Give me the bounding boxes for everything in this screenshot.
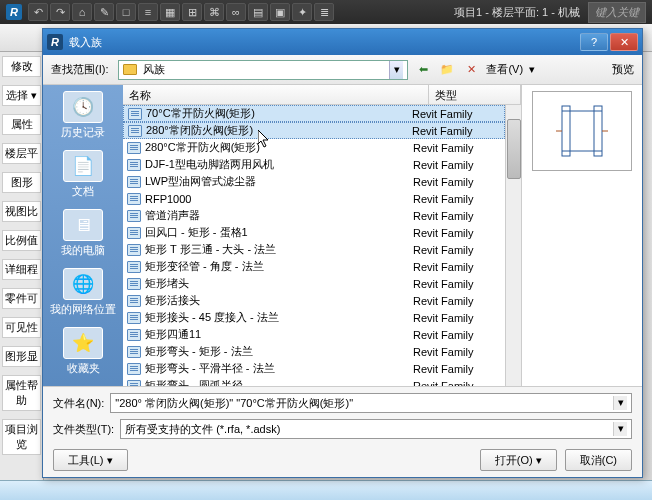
panel-label[interactable]: 图形 bbox=[2, 172, 41, 193]
chevron-down-icon[interactable]: ▾ bbox=[613, 422, 627, 436]
qat-button[interactable]: ≣ bbox=[314, 3, 334, 21]
dialog-toolbar: 查找范围(I): 风族 ▾ ⬅ 📁 ✕ 查看(V) ▾ 预览 bbox=[43, 55, 642, 85]
file-row[interactable]: 矩形活接头Revit Family bbox=[123, 292, 505, 309]
chevron-down-icon[interactable]: ▾ bbox=[613, 396, 627, 410]
dialog-title: 载入族 bbox=[69, 35, 102, 50]
qat-button[interactable]: ▦ bbox=[160, 3, 180, 21]
qat-button[interactable]: ✦ bbox=[292, 3, 312, 21]
places-item[interactable]: 📄文档 bbox=[45, 150, 121, 199]
file-name: 矩形变径管 - 角度 - 法兰 bbox=[145, 259, 413, 274]
file-row[interactable]: 矩形四通11Revit Family bbox=[123, 326, 505, 343]
tools-button[interactable]: 工具(L) ▾ bbox=[53, 449, 128, 471]
file-row[interactable]: RFP1000Revit Family bbox=[123, 190, 505, 207]
place-label: 我的网络位置 bbox=[45, 302, 121, 317]
lookin-combo[interactable]: 风族 ▾ bbox=[118, 60, 408, 80]
open-button[interactable]: 打开(O) ▾ bbox=[480, 449, 557, 471]
file-row[interactable]: 矩形接头 - 45 度接入 - 法兰Revit Family bbox=[123, 309, 505, 326]
rfa-file-icon bbox=[127, 346, 141, 358]
qat-button[interactable]: □ bbox=[116, 3, 136, 21]
file-row[interactable]: 矩形 T 形三通 - 大头 - 法兰Revit Family bbox=[123, 241, 505, 258]
close-button[interactable]: ✕ bbox=[610, 33, 638, 51]
panel-label[interactable]: 项目浏览 bbox=[2, 419, 41, 455]
file-row[interactable]: 矩形变径管 - 角度 - 法兰Revit Family bbox=[123, 258, 505, 275]
qat-button[interactable]: ▤ bbox=[248, 3, 268, 21]
help-button[interactable]: ? bbox=[580, 33, 608, 51]
file-name: 矩形弯头 - 圆弧半径 bbox=[145, 378, 413, 386]
app-titlebar: R ↶↷⌂✎□≡▦⊞⌘∞▤▣✦≣ 项目1 - 楼层平面: 1 - 机械 键入关键 bbox=[0, 0, 652, 24]
col-type[interactable]: 类型 bbox=[429, 85, 521, 104]
views-dd-icon[interactable]: ▾ bbox=[529, 63, 535, 76]
places-item[interactable]: 🌐我的网络位置 bbox=[45, 268, 121, 317]
panel-label[interactable]: 属性 bbox=[2, 114, 41, 135]
rfa-file-icon bbox=[127, 261, 141, 273]
preview-label: 预览 bbox=[612, 62, 634, 77]
file-list[interactable]: 70°C常开防火阀(矩形)Revit Family280°常闭防火阀(矩形)Re… bbox=[123, 105, 505, 386]
qat-button[interactable]: ⌘ bbox=[204, 3, 224, 21]
file-name: 矩形 T 形三通 - 大头 - 法兰 bbox=[145, 242, 413, 257]
places-item[interactable]: 🖥我的电脑 bbox=[45, 209, 121, 258]
place-icon: 🕓 bbox=[63, 91, 103, 123]
file-row[interactable]: 矩形弯头 - 圆弧半径Revit Family bbox=[123, 377, 505, 386]
lookin-value: 风族 bbox=[143, 62, 165, 77]
file-type: Revit Family bbox=[413, 363, 501, 375]
file-type: Revit Family bbox=[413, 278, 501, 290]
file-row[interactable]: 管道消声器Revit Family bbox=[123, 207, 505, 224]
cancel-button[interactable]: 取消(C) bbox=[565, 449, 632, 471]
search-hint[interactable]: 键入关键 bbox=[588, 2, 646, 23]
views-button[interactable]: 查看(V) bbox=[486, 62, 523, 77]
qat-button[interactable]: ▣ bbox=[270, 3, 290, 21]
panel-label[interactable]: 图形显 bbox=[2, 346, 41, 367]
qat-button[interactable]: ✎ bbox=[94, 3, 114, 21]
panel-label[interactable]: 修改 bbox=[2, 56, 41, 77]
panel-label[interactable]: 视图比 bbox=[2, 201, 41, 222]
scrollbar-thumb[interactable] bbox=[507, 119, 521, 179]
rfa-file-icon bbox=[127, 210, 141, 222]
dialog-titlebar[interactable]: R 载入族 ? ✕ bbox=[43, 29, 642, 55]
svg-rect-0 bbox=[562, 106, 570, 156]
panel-label[interactable]: 详细程 bbox=[2, 259, 41, 280]
filename-input[interactable]: "280° 常闭防火阀(矩形)" "70°C常开防火阀(矩形)"▾ bbox=[110, 393, 632, 413]
qat-button[interactable]: ↷ bbox=[50, 3, 70, 21]
panel-label[interactable]: 比例值 bbox=[2, 230, 41, 251]
filetype-input[interactable]: 所有受支持的文件 (*.rfa, *.adsk)▾ bbox=[120, 419, 632, 439]
file-row[interactable]: 280°常闭防火阀(矩形)Revit Family bbox=[123, 122, 505, 139]
file-type: Revit Family bbox=[413, 159, 501, 171]
back-icon[interactable]: ⬅ bbox=[414, 61, 432, 79]
panel-label[interactable]: 可见性 bbox=[2, 317, 41, 338]
load-family-dialog: R 载入族 ? ✕ 查找范围(I): 风族 ▾ ⬅ 📁 ✕ 查看(V) ▾ 预览… bbox=[42, 28, 643, 478]
file-row[interactable]: 矩形弯头 - 平滑半径 - 法兰Revit Family bbox=[123, 360, 505, 377]
chevron-down-icon[interactable]: ▾ bbox=[389, 61, 403, 79]
places-bar: 🕓历史记录📄文档🖥我的电脑🌐我的网络位置⭐收藏夹🖥桌面📁Metric Libra… bbox=[43, 85, 123, 386]
file-row[interactable]: 矩形弯头 - 矩形 - 法兰Revit Family bbox=[123, 343, 505, 360]
file-row[interactable]: 回风口 - 矩形 - 蛋格1Revit Family bbox=[123, 224, 505, 241]
file-type: Revit Family bbox=[413, 210, 501, 222]
file-type: Revit Family bbox=[412, 125, 500, 137]
col-name[interactable]: 名称 bbox=[123, 85, 429, 104]
left-panels: 修改选择 ▾属性楼层平图形视图比比例值详细程零件可可见性图形显属性帮助项目浏览 bbox=[0, 52, 44, 500]
app-title: 项目1 - 楼层平面: 1 - 机械 bbox=[454, 5, 580, 20]
place-label: 我的电脑 bbox=[45, 243, 121, 258]
qat-button[interactable]: ↶ bbox=[28, 3, 48, 21]
file-row[interactable]: DJF-1型电动脚踏两用风机Revit Family bbox=[123, 156, 505, 173]
up-folder-icon[interactable]: 📁 bbox=[438, 61, 456, 79]
filename-label: 文件名(N): bbox=[53, 396, 104, 411]
places-item[interactable]: 🕓历史记录 bbox=[45, 91, 121, 140]
qat-button[interactable]: ≡ bbox=[138, 3, 158, 21]
file-type: Revit Family bbox=[412, 108, 500, 120]
scrollbar[interactable] bbox=[505, 105, 521, 386]
qat-button[interactable]: ⊞ bbox=[182, 3, 202, 21]
place-icon: ⭐ bbox=[63, 327, 103, 359]
panel-label[interactable]: 楼层平 bbox=[2, 143, 41, 164]
file-row[interactable]: 70°C常开防火阀(矩形)Revit Family bbox=[123, 105, 505, 122]
file-row[interactable]: LWP型油网管式滤尘器Revit Family bbox=[123, 173, 505, 190]
qat-button[interactable]: ⌂ bbox=[72, 3, 92, 21]
panel-label[interactable]: 属性帮助 bbox=[2, 375, 41, 411]
places-item[interactable]: ⭐收藏夹 bbox=[45, 327, 121, 376]
qat-button[interactable]: ∞ bbox=[226, 3, 246, 21]
panel-label[interactable]: 选择 ▾ bbox=[2, 85, 41, 106]
file-row[interactable]: 矩形堵头Revit Family bbox=[123, 275, 505, 292]
delete-icon[interactable]: ✕ bbox=[462, 61, 480, 79]
file-row[interactable]: 280°C常开防火阀(矩形)Revit Family bbox=[123, 139, 505, 156]
panel-label[interactable]: 零件可 bbox=[2, 288, 41, 309]
place-label: 文档 bbox=[45, 184, 121, 199]
